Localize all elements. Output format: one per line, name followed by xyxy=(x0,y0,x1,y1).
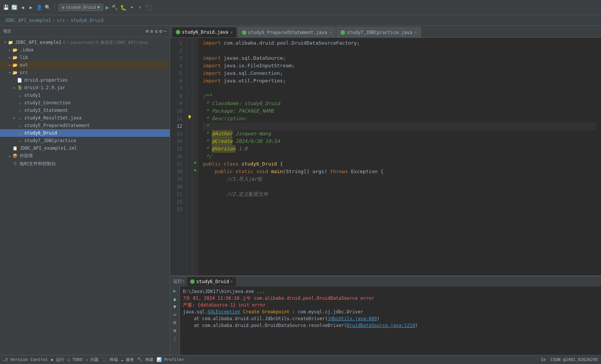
tree-item-study7[interactable]: ▸ ☕ study7_JDBCpractice xyxy=(0,137,170,144)
run-button[interactable]: ▶ xyxy=(105,4,109,11)
console-scroll-up-icon[interactable]: ▲ xyxy=(173,296,177,302)
tree-item-temp[interactable]: ▸ 🗒 临时文件和控制台 xyxy=(0,160,170,168)
tree-item-lib[interactable]: ▸ 📂 lib xyxy=(0,54,170,61)
tree-item-study3[interactable]: ▸ ☕ study3_Statement xyxy=(0,107,170,114)
tree-item-study6[interactable]: ▸ ☕ study6_Druid xyxy=(0,129,170,137)
coverage-button[interactable]: ☂ xyxy=(129,5,135,11)
study7-label: study7_JDBCpractice xyxy=(24,138,76,143)
save-all-icon[interactable]: 💾 xyxy=(3,5,9,11)
status-run[interactable]: ▶ 运行 xyxy=(51,357,64,362)
linenum-1: 1 xyxy=(170,39,185,47)
panel-header: 项目 ⊕ ≡ ⇅ ⚙ − xyxy=(0,26,170,37)
status-version-control[interactable]: ⎇ Version Control xyxy=(3,357,48,362)
study2-label: study2_Connection xyxy=(24,100,71,105)
tree-arrow-idea: ▸ xyxy=(8,48,12,52)
temp-label: 临时文件和控制台 xyxy=(20,161,56,167)
collapse-all-icon[interactable]: ≡ xyxy=(150,28,153,34)
druiddatasource-link[interactable]: DruidDataSource.java:1219 xyxy=(347,323,415,328)
status-problems[interactable]: ⚠ 问题 xyxy=(85,357,99,362)
study3-label: study3_Statement xyxy=(24,108,68,113)
code-content[interactable]: import com.alibaba.druid.pool.DruidDataS… xyxy=(198,38,601,276)
tree-item-druid-jar[interactable]: ▸ 🗜 druid-1.2.9.jar xyxy=(0,84,170,91)
tree-item-iml[interactable]: ▸ 📋 JDBC_API_example1.iml xyxy=(0,144,170,152)
druid-jar-label: druid-1.2.9.jar xyxy=(24,85,65,90)
tab-study5-icon xyxy=(242,30,246,35)
tree-item-src[interactable]: ▾ 📂 src xyxy=(0,69,170,76)
gutter-blank-5 xyxy=(192,68,198,76)
tab-study7-close[interactable]: × xyxy=(415,30,417,34)
search-icon[interactable]: 🔍 xyxy=(45,5,51,11)
file-tree: ▾ 📁 JDBC_API_example1 E:\javastudy\3.数据库… xyxy=(0,37,170,355)
linenum-22: 22 xyxy=(170,198,185,206)
study5-label: study5_PreparedStatement xyxy=(24,123,90,128)
console-run-icon[interactable]: ▶ xyxy=(173,288,177,294)
status-todo[interactable]: ☑ TODO xyxy=(67,357,82,362)
fold-15 xyxy=(187,144,192,151)
project-path-label: E:\javastudy\3.数据库\JDBC_API\Java xyxy=(63,40,148,45)
console-settings-icon[interactable]: ⚙ xyxy=(173,328,177,333)
tree-item-study2[interactable]: ▸ ☕ study2_Connection xyxy=(0,99,170,107)
study1-icon: ☕ xyxy=(17,92,23,98)
console-scroll-down-icon[interactable]: ▼ xyxy=(173,304,177,310)
tab-study7[interactable]: study7_JDBCpractice.java × xyxy=(336,27,421,37)
linenum-11: 11 xyxy=(170,115,185,122)
synchronize-icon[interactable]: 🔄 xyxy=(11,5,17,11)
bottom-tab-close[interactable]: × xyxy=(231,279,233,283)
bottom-tab-run[interactable]: study6_Druid × xyxy=(187,277,236,286)
jdbcutils-link[interactable]: JdbcUtils.java:689 xyxy=(328,316,377,321)
run-config-button[interactable]: ● study6_Druid ▼ xyxy=(59,4,103,11)
tree-item-idea[interactable]: ▸ 📂 .idea xyxy=(0,46,170,54)
create-breakpoint[interactable]: Create breakpoint xyxy=(243,309,290,314)
build-button[interactable]: 🔨 xyxy=(112,5,118,11)
breadcrumb-project[interactable]: JDBC_API_example1 xyxy=(5,18,51,23)
sort-icon[interactable]: ⇅ xyxy=(155,28,158,34)
tab-study5-close[interactable]: × xyxy=(329,30,331,34)
status-services[interactable]: ☁ 服务 xyxy=(121,357,134,362)
tree-item-study4[interactable]: ▸ ☕ study4_ResultSet.java xyxy=(0,114,170,122)
code-line-5: import java.sql.Connection; xyxy=(203,70,596,77)
gutter-blank-16 xyxy=(192,151,198,159)
breadcrumb-src[interactable]: src xyxy=(57,18,65,23)
tab-study6-close[interactable]: × xyxy=(231,30,233,34)
status-lf[interactable]: Ie xyxy=(541,357,546,362)
profile-icon[interactable]: 👤 xyxy=(36,5,42,11)
tree-item-study1[interactable]: ▸ ☕ study1 xyxy=(0,91,170,99)
console-text-area[interactable]: D:\Java\JDK17\bin\java.exe ... 7月 01, 20… xyxy=(180,287,601,355)
code-line-4: import java.io.FileInputStream; xyxy=(203,62,596,70)
code-line-17: public class study6_Druid { xyxy=(203,160,596,168)
add-folder-icon[interactable]: ⊕ xyxy=(146,28,149,34)
editor-tabs: study6_Druid.java × study5_PreparedState… xyxy=(170,26,601,38)
code-line-7 xyxy=(203,85,596,92)
close-panel-icon[interactable]: − xyxy=(164,28,167,34)
gutter-blank-1 xyxy=(192,38,198,45)
settings-icon[interactable]: ⚙ xyxy=(159,28,162,34)
console-filter-icon[interactable]: ⊟ xyxy=(173,320,177,325)
code-line-10: * Package: PACKAGE_NAME xyxy=(203,107,596,115)
gutter-run-18[interactable]: ▶ xyxy=(192,166,198,174)
gutter-run-17[interactable]: ▶ xyxy=(192,159,198,166)
fold-8[interactable]: ▾ xyxy=(187,91,192,98)
tree-item-external-libs[interactable]: ▸ 📦 外部库 xyxy=(0,152,170,160)
fold-16 xyxy=(187,151,192,159)
tree-item-study5[interactable]: ▸ ☕ study5_PreparedStatement xyxy=(0,122,170,129)
gutter-blank-22 xyxy=(192,197,198,204)
tree-item-druid-props[interactable]: ▸ 📄 druid.properties xyxy=(0,76,170,84)
out-folder-icon: 📂 xyxy=(12,62,18,68)
status-profiler[interactable]: 📊 Profiler xyxy=(156,357,184,362)
forward-icon[interactable]: ▶ xyxy=(28,5,34,11)
breadcrumb-file[interactable]: study6_Druid xyxy=(71,18,104,23)
status-terminal[interactable]: ⬛ 终端 xyxy=(102,357,118,362)
profile-run-button[interactable]: ⚡ xyxy=(137,5,143,11)
back-icon[interactable]: ◀ xyxy=(20,5,26,11)
console-wrap-icon[interactable]: ↩ xyxy=(173,312,177,318)
fold-4 xyxy=(187,60,192,68)
console-more-icon[interactable]: ⋮ xyxy=(172,336,177,341)
sql-exception-link[interactable]: SQLException xyxy=(208,309,240,314)
tree-item-project-root[interactable]: ▾ 📁 JDBC_API_example1 E:\javastudy\3.数据库… xyxy=(0,39,170,46)
debug-button[interactable]: 🐛 xyxy=(120,5,127,11)
tab-study5[interactable]: study5_PreparedStatement.java × xyxy=(238,27,336,37)
tab-study6[interactable]: study6_Druid.java × xyxy=(172,27,237,37)
stop-button[interactable]: ⬛ xyxy=(146,5,152,11)
tree-item-out[interactable]: ▸ 📂 out xyxy=(0,61,170,69)
status-build[interactable]: 🔨 构建 xyxy=(137,357,153,362)
